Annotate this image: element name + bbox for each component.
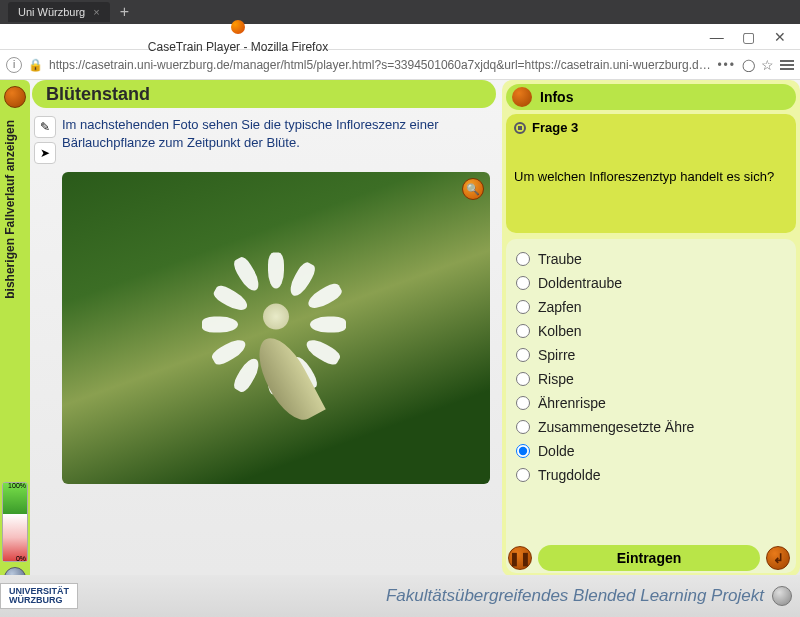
answer-options: TraubeDoldentraubeZapfenKolbenSpirreRisp… xyxy=(506,239,796,573)
bookmark-icon[interactable]: ☆ xyxy=(761,57,774,73)
settings-icon[interactable] xyxy=(772,586,792,606)
content-description: Im nachstehenden Foto sehen Sie die typi… xyxy=(62,116,486,164)
answer-radio[interactable] xyxy=(516,468,530,482)
answer-label: Ährenrispe xyxy=(538,395,606,411)
minimize-button[interactable]: — xyxy=(703,29,731,45)
answer-label: Rispe xyxy=(538,371,574,387)
tab-title: Uni Würzburg xyxy=(18,6,85,18)
answer-option[interactable]: Ährenrispe xyxy=(516,391,786,415)
window-title: CaseTrain Player - Mozilla Firefox xyxy=(148,40,328,54)
answer-label: Dolde xyxy=(538,443,575,459)
answer-radio[interactable] xyxy=(516,276,530,290)
close-button[interactable]: ✕ xyxy=(766,29,794,45)
answer-label: Traube xyxy=(538,251,582,267)
answer-radio[interactable] xyxy=(516,444,530,458)
firefox-icon xyxy=(231,20,245,34)
question-text: Um welchen Infloreszenztyp handelt es si… xyxy=(514,169,788,223)
close-tab-icon[interactable]: × xyxy=(93,6,99,18)
content-left: Blütenstand ✎ ➤ Im nachstehenden Foto se… xyxy=(32,80,502,577)
submit-row: ❚❚ Eintragen ↲ xyxy=(508,545,790,571)
pointer-icon[interactable]: ➤ xyxy=(34,142,56,164)
maximize-button[interactable]: ▢ xyxy=(734,29,762,45)
menu-icon[interactable] xyxy=(780,60,794,70)
site-info-icon[interactable]: i xyxy=(6,57,22,73)
more-icon[interactable]: ••• xyxy=(717,58,736,72)
left-sidebar: bisherigen Fallverlauf anzeigen 100% 0% xyxy=(0,80,30,617)
next-button[interactable]: ↲ xyxy=(766,546,790,570)
answer-option[interactable]: Zapfen xyxy=(516,295,786,319)
answer-radio[interactable] xyxy=(516,372,530,386)
footer-slogan: Fakultätsübergreifendes Blended Learning… xyxy=(386,586,764,606)
question-block: Frage 3 Um welchen Infloreszenztyp hande… xyxy=(506,114,796,233)
answer-radio[interactable] xyxy=(516,252,530,266)
answer-label: Zapfen xyxy=(538,299,582,315)
pause-button[interactable]: ❚❚ xyxy=(508,546,532,570)
answer-label: Spirre xyxy=(538,347,575,363)
infos-icon xyxy=(512,87,532,107)
answer-radio[interactable] xyxy=(516,324,530,338)
answer-option[interactable]: Doldentraube xyxy=(516,271,786,295)
url-text[interactable]: https://casetrain.uni-wuerzburg.de/manag… xyxy=(49,58,711,72)
answer-option[interactable]: Spirre xyxy=(516,343,786,367)
footer: UNIVERSITÄT WÜRZBURG Fakultätsübergreife… xyxy=(0,575,800,617)
app-viewport: bisherigen Fallverlauf anzeigen 100% 0% … xyxy=(0,80,800,617)
new-tab-button[interactable]: + xyxy=(120,3,129,21)
lock-icon: 🔒 xyxy=(28,58,43,72)
answer-option[interactable]: Rispe xyxy=(516,367,786,391)
answer-option[interactable]: Kolben xyxy=(516,319,786,343)
answer-label: Doldentraube xyxy=(538,275,622,291)
content-heading: Blütenstand xyxy=(32,80,496,108)
answer-radio[interactable] xyxy=(516,348,530,362)
gauge-bottom-label: 0% xyxy=(16,555,26,562)
gauge-top-label: 100% xyxy=(8,482,26,489)
submit-button[interactable]: Eintragen xyxy=(538,545,760,571)
answer-option[interactable]: Trugdolde xyxy=(516,463,786,487)
answer-radio[interactable] xyxy=(516,396,530,410)
infos-header: Infos xyxy=(506,84,796,110)
zoom-icon[interactable]: 🔍 xyxy=(462,178,484,200)
answer-label: Trugdolde xyxy=(538,467,601,483)
answer-option[interactable]: Traube xyxy=(516,247,786,271)
content-right: Infos Frage 3 Um welchen Infloreszenztyp… xyxy=(502,80,800,577)
answer-option[interactable]: Zusammengesetzte Ähre xyxy=(516,415,786,439)
url-bar: i 🔒 https://casetrain.uni-wuerzburg.de/m… xyxy=(0,50,800,80)
infos-title: Infos xyxy=(540,89,573,105)
university-badge: UNIVERSITÄT WÜRZBURG xyxy=(0,583,78,610)
window-titlebar: CaseTrain Player - Mozilla Firefox — ▢ ✕ xyxy=(0,24,800,50)
answer-label: Kolben xyxy=(538,323,582,339)
reader-icon[interactable]: ◯ xyxy=(742,58,755,72)
answer-label: Zusammengesetzte Ähre xyxy=(538,419,694,435)
uni-line2: WÜRZBURG xyxy=(9,596,69,605)
question-label: Frage 3 xyxy=(532,120,578,135)
book-icon[interactable] xyxy=(4,86,26,108)
answer-radio[interactable] xyxy=(516,420,530,434)
plant-photo: 🔍 xyxy=(62,172,490,484)
edit-icon[interactable]: ✎ xyxy=(34,116,56,138)
show-history-button[interactable]: bisherigen Fallverlauf anzeigen xyxy=(3,120,17,299)
answer-option[interactable]: Dolde xyxy=(516,439,786,463)
score-gauge: 100% 0% xyxy=(2,482,28,562)
question-bullet-icon xyxy=(514,122,526,134)
answer-radio[interactable] xyxy=(516,300,530,314)
